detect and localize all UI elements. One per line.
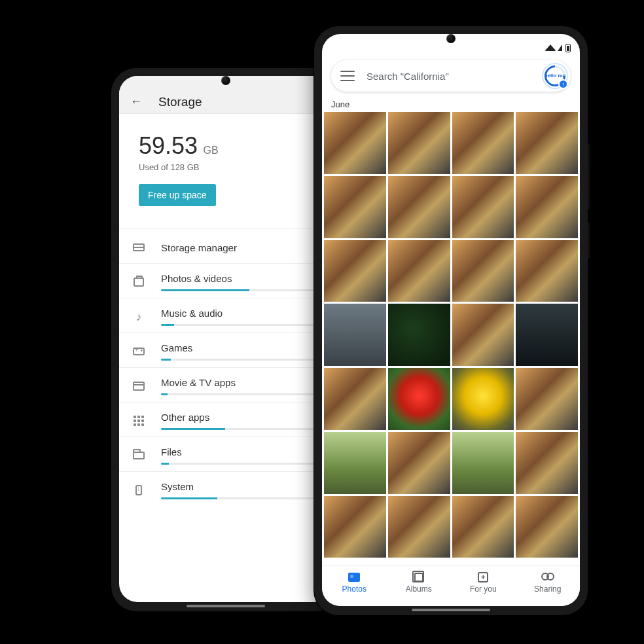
bottom-nav: PhotosAlbums+For youSharing: [322, 565, 580, 606]
storage-row-photos[interactable]: Photos & videos: [119, 263, 332, 298]
photo-thumb[interactable]: [388, 496, 450, 558]
system-icon: [130, 481, 148, 499]
nav-label: For you: [470, 584, 497, 594]
photo-thumb[interactable]: [324, 112, 386, 174]
photo-thumb[interactable]: [324, 176, 386, 238]
phone-photos-frame: Search "California" hello mo ↑ June Phot…: [314, 26, 588, 615]
camera-hole-icon: [221, 76, 230, 85]
nav-photos[interactable]: Photos: [322, 566, 387, 598]
photos-section-label: June: [331, 99, 580, 109]
foryou-tab-icon: +: [476, 571, 490, 583]
photo-thumb[interactable]: [452, 304, 514, 366]
nav-label: Albums: [406, 584, 432, 594]
storage-row-games[interactable]: Games: [119, 332, 332, 367]
phone-storage-frame: ← Storage 59.53 GB Used of 128 GB Free u…: [111, 68, 340, 611]
photo-thumb[interactable]: [452, 496, 514, 558]
free-up-space-button[interactable]: Free up space: [139, 184, 216, 206]
storage-row-manager[interactable]: Storage manager: [119, 228, 332, 263]
nav-albums[interactable]: Albums: [387, 566, 452, 598]
photo-thumb[interactable]: [388, 176, 450, 238]
account-avatar[interactable]: hello mo ↑: [543, 64, 567, 88]
photo-thumb[interactable]: [388, 368, 450, 430]
photo-thumb[interactable]: [516, 432, 578, 494]
storage-row-bar: [161, 463, 322, 465]
photos-grid: [322, 112, 580, 558]
photo-thumb[interactable]: [324, 368, 386, 430]
nav-foryou[interactable]: +For you: [451, 566, 516, 598]
storage-row-label: Movie & TV apps: [161, 377, 322, 388]
battery-icon: [565, 44, 571, 52]
photo-thumb[interactable]: [388, 240, 450, 302]
storage-row-files[interactable]: Files: [119, 437, 332, 471]
albums-tab-icon: [412, 571, 426, 583]
storage-row-bar: [161, 359, 322, 361]
photo-thumb[interactable]: [324, 240, 386, 302]
movie-icon: [130, 377, 148, 395]
photos-screen: Search "California" hello mo ↑ June Phot…: [322, 34, 580, 606]
signal-icon: [558, 45, 562, 51]
photo-thumb[interactable]: [388, 432, 450, 494]
storage-used-value: 59.53: [139, 132, 198, 160]
photo-thumb[interactable]: [516, 304, 578, 366]
photo-thumb[interactable]: [452, 368, 514, 430]
storage-row-other[interactable]: Other apps: [119, 402, 332, 437]
hamburger-icon[interactable]: [340, 71, 355, 81]
photo-thumb[interactable]: [516, 240, 578, 302]
sharing-tab-icon: [541, 571, 555, 583]
files-icon: [130, 446, 148, 465]
storage-row-label: Files: [161, 446, 322, 457]
storage-used-unit: GB: [204, 145, 219, 156]
storage-row-label: System: [161, 481, 322, 492]
storage-row-bar: [161, 324, 322, 326]
nav-sharing[interactable]: Sharing: [516, 566, 581, 598]
games-icon: [130, 342, 148, 361]
storage-title: Storage: [158, 95, 202, 109]
wifi-icon: [545, 45, 556, 51]
photo-thumb[interactable]: [452, 432, 514, 494]
gesture-bar[interactable]: [412, 609, 490, 611]
storage-category-list: Storage managerPhotos & videos♪Music & a…: [119, 228, 332, 506]
photos-tab-icon: [347, 571, 361, 583]
avatar-label: hello mo: [545, 73, 566, 79]
manager-icon: [130, 238, 148, 257]
storage-row-label: Other apps: [161, 412, 322, 423]
storage-row-label: Music & audio: [161, 308, 322, 319]
photo-thumb[interactable]: [324, 496, 386, 558]
storage-used-caption: Used of 128 GB: [139, 162, 313, 172]
storage-row-music[interactable]: ♪Music & audio: [119, 298, 332, 332]
storage-row-movie[interactable]: Movie & TV apps: [119, 367, 332, 402]
photo-thumb[interactable]: [324, 304, 386, 366]
storage-row-bar: [161, 497, 322, 499]
storage-row-bar: [161, 289, 322, 291]
photo-thumb[interactable]: [452, 112, 514, 174]
photos-icon: [130, 273, 148, 291]
music-icon: ♪: [130, 308, 148, 326]
storage-row-bar: [161, 428, 322, 430]
camera-hole-icon: [446, 34, 456, 43]
photo-thumb[interactable]: [452, 240, 514, 302]
photo-thumb[interactable]: [388, 112, 450, 174]
back-icon[interactable]: ←: [128, 95, 144, 109]
storage-summary: 59.53 GB Used of 128 GB Free up space: [119, 114, 332, 219]
photo-thumb[interactable]: [388, 304, 450, 366]
storage-row-bar: [161, 393, 322, 395]
photo-thumb[interactable]: [324, 432, 386, 494]
photo-thumb[interactable]: [516, 176, 578, 238]
other-icon: [130, 412, 148, 430]
nav-label: Sharing: [534, 584, 561, 594]
photo-thumb[interactable]: [516, 496, 578, 558]
storage-row-label: Photos & videos: [161, 273, 322, 284]
storage-row-label: Storage manager: [161, 242, 322, 253]
storage-row-label: Games: [161, 342, 322, 353]
photo-thumb[interactable]: [516, 112, 578, 174]
nav-label: Photos: [342, 584, 367, 594]
storage-screen: ← Storage 59.53 GB Used of 128 GB Free u…: [119, 76, 332, 602]
photo-thumb[interactable]: [516, 368, 578, 430]
photo-thumb[interactable]: [452, 176, 514, 238]
search-placeholder[interactable]: Search "California": [367, 71, 543, 82]
storage-row-system[interactable]: System: [119, 471, 332, 506]
upload-badge-icon: ↑: [558, 79, 568, 89]
search-bar[interactable]: Search "California" hello mo ↑: [331, 60, 571, 92]
gesture-bar[interactable]: [187, 605, 265, 607]
